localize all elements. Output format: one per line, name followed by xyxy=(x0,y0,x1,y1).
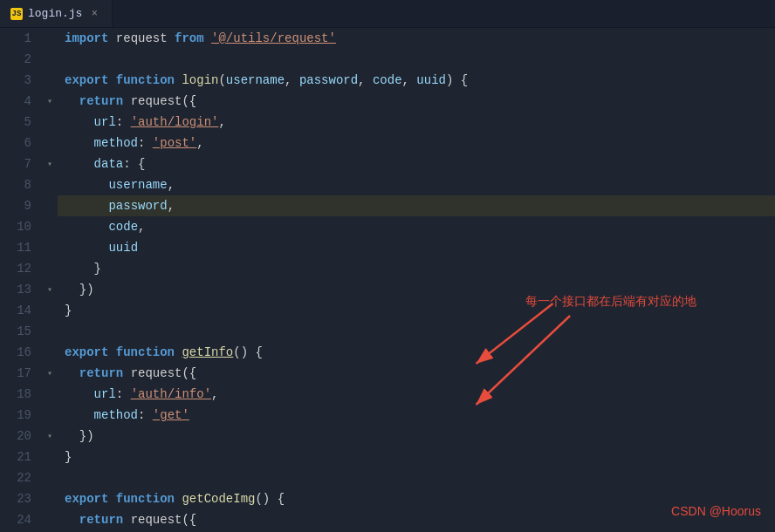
gutter-18 xyxy=(42,384,58,405)
annotation-chinese-text: 每一个接口都在后端有对应的地 xyxy=(525,294,696,310)
line-num-20: 20 xyxy=(17,426,31,447)
line-num-11: 11 xyxy=(17,237,31,258)
gutter-1 xyxy=(42,28,58,49)
line-numbers: 1 2 3 4 5 6 7 8 9 10 11 12 13 14 15 16 1… xyxy=(0,28,42,532)
editor-wrapper: import request from '@/utils/request' ex… xyxy=(58,28,775,532)
code-line-24: return request({ xyxy=(58,509,775,530)
code-line-8: username, xyxy=(58,174,775,195)
tab-filename: login.js xyxy=(28,7,82,20)
csdn-watermark: CSDN @Hoorus xyxy=(671,504,761,518)
line-num-18: 18 xyxy=(17,384,31,405)
code-line-5: url: 'auth/login', xyxy=(58,112,775,133)
gutter-3 xyxy=(42,70,58,91)
tab-close-button[interactable]: × xyxy=(87,7,101,21)
line-num-2: 2 xyxy=(24,49,31,70)
line-num-1: 1 xyxy=(24,28,31,49)
code-line-22 xyxy=(58,467,775,488)
line-num-16: 16 xyxy=(17,342,31,363)
line-num-3: 3 xyxy=(24,70,31,91)
gutter-2 xyxy=(42,49,58,70)
code-line-2 xyxy=(58,49,775,70)
gutter-22 xyxy=(42,467,58,488)
gutter-fold-13[interactable]: ▾ xyxy=(42,279,58,300)
line-num-4: 4 xyxy=(24,91,31,112)
line-num-5: 5 xyxy=(24,112,31,133)
code-line-3: export function login(username, password… xyxy=(58,70,775,91)
line-num-15: 15 xyxy=(17,321,31,342)
gutter-fold-17[interactable]: ▾ xyxy=(42,363,58,384)
file-tab[interactable]: JS login.js × xyxy=(0,0,113,27)
gutter-fold-4[interactable]: ▾ xyxy=(42,91,58,112)
line-num-14: 14 xyxy=(17,300,31,321)
gutter-5 xyxy=(42,112,58,133)
js-file-icon: JS xyxy=(10,8,23,20)
code-line-21: } xyxy=(58,447,775,467)
code-area[interactable]: import request from '@/utils/request' ex… xyxy=(58,28,775,532)
code-line-10: code, xyxy=(58,216,775,237)
gutter-12 xyxy=(42,258,58,279)
gutter-fold-20[interactable]: ▾ xyxy=(42,426,58,447)
line-num-13: 13 xyxy=(17,279,31,300)
code-line-20: }) xyxy=(58,426,775,447)
line-num-7: 7 xyxy=(24,153,31,174)
code-line-6: method: 'post', xyxy=(58,133,775,153)
gutter-24 xyxy=(42,509,58,530)
code-content: import request from '@/utils/request' ex… xyxy=(58,28,775,530)
code-line-9: 💡 password, xyxy=(58,195,775,216)
gutter-14 xyxy=(42,300,58,321)
code-line-18: url: 'auth/info', xyxy=(58,384,775,405)
line-num-6: 6 xyxy=(24,133,31,153)
gutter-fold-7[interactable]: ▾ xyxy=(42,153,58,174)
code-gutter: ▾ ▾ ▾ ▾ ▾ xyxy=(42,28,58,532)
line-num-19: 19 xyxy=(17,405,31,426)
tab-bar: JS login.js × xyxy=(0,0,775,28)
gutter-23 xyxy=(42,488,58,509)
gutter-19 xyxy=(42,405,58,426)
line-num-12: 12 xyxy=(17,258,31,279)
line-num-8: 8 xyxy=(24,174,31,195)
code-line-19: method: 'get' xyxy=(58,405,775,426)
gutter-9 xyxy=(42,195,58,216)
code-line-15 xyxy=(58,321,775,342)
gutter-16 xyxy=(42,342,58,363)
code-line-12: } xyxy=(58,258,775,279)
line-num-9: 9 xyxy=(24,195,31,216)
line-num-21: 21 xyxy=(17,447,31,467)
gutter-8 xyxy=(42,174,58,195)
line-num-24: 24 xyxy=(17,509,31,530)
line-num-17: 17 xyxy=(17,363,31,384)
gutter-6 xyxy=(42,133,58,153)
code-line-7: data: { xyxy=(58,153,775,174)
line-num-23: 23 xyxy=(17,488,31,509)
code-line-17: return request({ xyxy=(58,363,775,384)
gutter-21 xyxy=(42,447,58,467)
line-num-10: 10 xyxy=(17,216,31,237)
code-line-16: export function getInfo() { xyxy=(58,342,775,363)
gutter-15 xyxy=(42,321,58,342)
editor-container: 1 2 3 4 5 6 7 8 9 10 11 12 13 14 15 16 1… xyxy=(0,28,775,532)
code-line-1: import request from '@/utils/request' xyxy=(58,28,775,49)
gutter-10 xyxy=(42,216,58,237)
gutter-11 xyxy=(42,237,58,258)
line-num-22: 22 xyxy=(17,467,31,488)
code-line-4: return request({ xyxy=(58,91,775,112)
code-line-11: uuid xyxy=(58,237,775,258)
code-line-23: export function getCodeImg() { xyxy=(58,488,775,509)
